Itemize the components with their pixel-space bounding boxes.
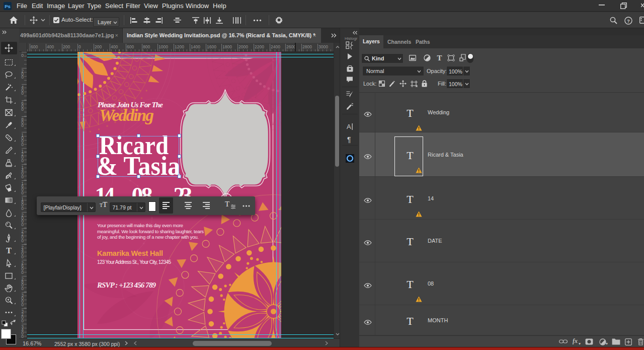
svg-text:Your presence will make this d: Your presence will make this day even mo… xyxy=(97,223,183,228)
svg-text:Ps: Ps xyxy=(5,3,11,9)
svg-text:A: A xyxy=(347,123,351,130)
svg-text:of joy, and the beginning of a: of joy, and the beginning of a new chapt… xyxy=(97,234,199,240)
svg-text:¶: ¶ xyxy=(347,135,351,144)
svg-text:meaningful. We look forward to: meaningful. We look forward to sharing l… xyxy=(97,229,204,234)
svg-text:T: T xyxy=(437,54,442,61)
svg-text:Kamarika West Hall: Kamarika West Hall xyxy=(97,249,163,257)
svg-text:Wedding: Wedding xyxy=(99,106,154,124)
svg-text:123 Your Address St., Your Cit: 123 Your Address St., Your City, 12345 xyxy=(97,259,171,265)
svg-text:RSVP : +123 456 789: RSVP : +123 456 789 xyxy=(97,281,156,289)
svg-text:?: ? xyxy=(627,18,630,23)
svg-text:T: T xyxy=(6,246,12,255)
